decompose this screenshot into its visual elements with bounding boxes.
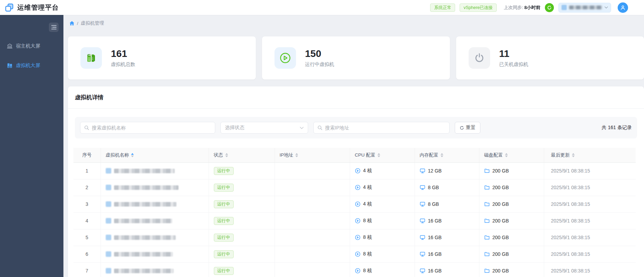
ip-search-input[interactable] <box>325 125 445 131</box>
power-icon <box>469 47 490 69</box>
col-cpu[interactable]: CPU 配置 <box>350 148 415 162</box>
cpu-icon <box>355 168 360 174</box>
row-index-cell: 2 <box>73 179 101 196</box>
col-vm-name[interactable]: 虚拟机名称 <box>101 148 209 162</box>
status-badge: 运行中 <box>214 234 234 242</box>
svg-text:VM: VM <box>88 54 91 56</box>
cpu-cell: 8 核 <box>350 246 415 262</box>
panel-title: 虚拟机详情 <box>75 94 104 101</box>
vm-name-cell <box>101 229 209 246</box>
sidebar-item-label: 宿主机大屏 <box>16 43 40 49</box>
sort-icon[interactable] <box>295 153 298 157</box>
status-cell: 运行中 <box>209 162 275 179</box>
updated-cell: 2025/9/1 08:38:15 <box>544 196 636 212</box>
sort-icon[interactable] <box>505 153 508 157</box>
table-row[interactable]: 7 运行中 8 核 16 GB <box>73 262 636 277</box>
sidebar-item-host-screen[interactable]: 宿主机大屏 <box>0 39 63 54</box>
table-row[interactable]: 5 运行中 8 核 16 GB <box>73 229 636 246</box>
status-badge: 运行中 <box>214 267 234 275</box>
col-status[interactable]: 状态 <box>209 148 275 162</box>
disk-cell: 200 GB <box>479 229 544 246</box>
status-cell: 运行中 <box>209 179 275 196</box>
home-icon[interactable] <box>69 21 75 26</box>
cpu-cell: 4 核 <box>350 196 415 212</box>
col-updated[interactable]: 最后更新 <box>544 148 636 162</box>
stat-cards: VM 161 虚拟机总数 150 运行中虚拟机 <box>68 36 644 79</box>
disk-cell: 200 GB <box>479 196 544 212</box>
memory-cell: 8 GB <box>415 179 479 196</box>
vm-name-cell <box>101 162 209 179</box>
vm-icon <box>106 201 111 207</box>
folder-icon <box>484 218 490 224</box>
disk-cell: 200 GB <box>479 246 544 262</box>
ip-cell <box>275 229 350 246</box>
breadcrumb: / 虚拟机管理 <box>69 19 644 27</box>
user-icon <box>620 5 626 10</box>
vm-name-redacted <box>114 185 179 190</box>
cpu-icon <box>355 185 360 190</box>
chevron-down-icon <box>300 127 304 129</box>
row-index-cell: 7 <box>73 262 101 277</box>
search-icon <box>317 125 322 130</box>
col-memory[interactable]: 内存配置 <box>415 148 479 162</box>
status-cell: 运行中 <box>209 246 275 262</box>
status-badge: 运行中 <box>214 167 234 175</box>
updated-cell: 2025/9/1 08:38:15 <box>544 246 636 262</box>
col-disk[interactable]: 磁盘配置 <box>479 148 544 162</box>
vm-name-cell <box>101 196 209 212</box>
reset-button[interactable]: 重置 <box>455 122 480 134</box>
vm-name-cell <box>101 212 209 229</box>
monitor-icon <box>420 201 425 207</box>
ip-search-field <box>313 122 450 134</box>
stat-label: 运行中虚拟机 <box>305 61 334 68</box>
vm-name-search-input[interactable] <box>92 125 211 131</box>
app-logo: 运维管理平台 <box>0 3 69 12</box>
stat-card-vm-running: 150 运行中虚拟机 <box>262 36 450 79</box>
host-selector-dropdown[interactable] <box>558 3 611 12</box>
folder-icon <box>484 251 490 257</box>
last-sync-text: 上次同步: 8小时前 <box>504 5 540 11</box>
cpu-cell: 8 核 <box>350 262 415 277</box>
vm-icon <box>106 168 111 174</box>
vm-name-redacted <box>114 269 174 273</box>
folder-icon <box>484 185 490 190</box>
vm-name-cell <box>101 246 209 262</box>
table-row[interactable]: 6 运行中 8 核 16 GB <box>73 246 636 262</box>
disk-cell: 200 GB <box>479 162 544 179</box>
vm-icon <box>106 251 111 257</box>
row-index-cell: 3 <box>73 196 101 212</box>
breadcrumb-current[interactable]: 虚拟机管理 <box>81 20 104 26</box>
user-avatar[interactable] <box>618 2 628 13</box>
sort-icon[interactable] <box>572 153 575 157</box>
table-row[interactable]: 3 运行中 4 核 8 GB <box>73 196 636 212</box>
main-content: / 虚拟机管理 VM 161 虚拟机总数 <box>63 15 644 277</box>
ip-cell <box>275 212 350 229</box>
col-ip[interactable]: IP地址 <box>275 148 350 162</box>
table-row[interactable]: 2 运行中 4 核 8 GB <box>73 179 636 196</box>
disk-cell: 200 GB <box>479 212 544 229</box>
stat-value: 11 <box>499 48 528 59</box>
folder-icon <box>484 168 490 174</box>
sidebar-collapse-button[interactable] <box>49 23 59 32</box>
sort-icon[interactable] <box>131 153 134 157</box>
monitor-icon <box>420 168 425 174</box>
status-cell: 运行中 <box>209 229 275 246</box>
host-selector-redacted-text <box>569 6 602 9</box>
sync-refresh-button[interactable] <box>545 3 554 12</box>
table-row[interactable]: 4 运行中 8 核 16 GB <box>73 212 636 229</box>
sort-icon[interactable] <box>225 153 228 157</box>
updated-cell: 2025/9/1 08:38:15 <box>544 229 636 246</box>
vm-name-redacted <box>114 219 172 223</box>
status-badge: 运行中 <box>214 184 234 192</box>
host-selector-icon <box>562 5 567 10</box>
status-select[interactable]: 选择状态 <box>220 122 308 134</box>
table-row[interactable]: 1 运行中 4 核 12 GB <box>73 162 636 179</box>
app-logo-icon <box>5 3 14 12</box>
memory-cell: 16 GB <box>415 262 479 277</box>
folder-icon <box>484 268 490 274</box>
sort-icon[interactable] <box>441 153 443 157</box>
sort-icon[interactable] <box>377 153 380 157</box>
filter-bar: 选择状态 重置 共 161 条记录 <box>75 117 637 138</box>
sidebar-item-vm-screen[interactable]: 虚拟机大屏 <box>0 58 63 73</box>
cpu-icon <box>355 268 360 274</box>
